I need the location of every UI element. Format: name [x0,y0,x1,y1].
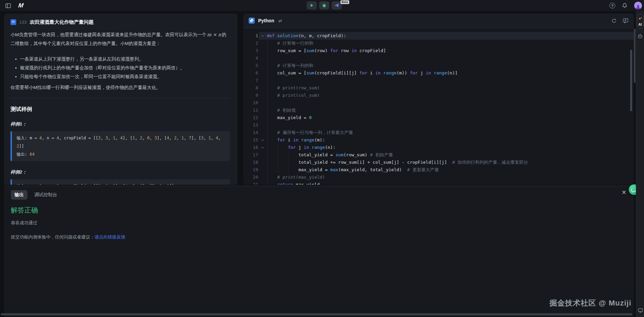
code-line[interactable]: 14 # 遍历每一行与每一列，计算最大产量 [243,129,634,136]
reset-code-icon[interactable] [611,18,617,23]
output-tabs: 输出 调试控制台 [11,190,627,200]
line-number: 3 [243,47,258,54]
code-text: # 遍历每一行与每一列，计算最大产量 [267,129,353,136]
line-number: 2 [243,40,258,47]
code-line[interactable]: 2 # 计算每一行的和 [243,40,634,47]
fold-spacer [258,166,267,174]
fold-spacer [258,47,267,54]
sample1-block: 输入: m = 4, n = 4, cropField = [[2, 3, 1,… [11,131,230,161]
samples-heading: 测试样例 [11,106,230,113]
problem-description: 小M负责管理一块农田，他需要通过修建两条灌溉渠道来提升作物的总产量。农田可以表示… [11,30,230,48]
problem-title: 农田灌溉最大化作物产量问题 [30,19,94,25]
tab-output[interactable]: 输出 [11,190,27,200]
fold-spacer [258,107,267,114]
monitor-icon[interactable] [636,308,644,313]
ai-assistant-button[interactable]: AI [637,14,644,29]
code-line[interactable]: 12 max_yield = 0 [243,114,634,121]
code-line[interactable]: 16 for j in range(n): [243,144,634,151]
debug-button[interactable] [319,1,329,9]
horizontal-scrollbar[interactable] [1,313,632,315]
line-number: 19 [243,166,258,174]
code-text: return max_yield [267,181,320,185]
code-line[interactable]: 13 [243,121,634,129]
code-line[interactable]: 8 # print(row_sum) [243,84,634,92]
fold-spacer [258,151,267,159]
sample2-label: 样例2： [11,169,230,175]
sample1-output: 输出: 64 [17,150,225,158]
indent-guide [267,40,268,185]
fold-chevron-icon[interactable] [258,32,267,40]
fold-spacer [258,114,267,121]
code-line[interactable]: 7 [243,77,634,84]
fold-spacer [258,84,267,92]
code-line[interactable]: 21 return max_yield [243,181,634,185]
fold-spacer [258,181,267,185]
line-number: 4 [243,54,258,62]
code-line[interactable]: 6 col_sum = [sum(cropField[i][j] for i i… [243,69,634,77]
fold-chevron-icon[interactable] [258,136,267,144]
code-text: # 计算每一列的和 [267,62,313,69]
code-area[interactable]: 1def solution(n, m, cropField):2 # 计算每一行… [243,28,634,185]
line-number: 7 [243,77,258,84]
robot-icon[interactable] [638,33,643,39]
topbar: M Beta ? [0,0,644,11]
help-icon[interactable]: ? [609,3,615,8]
marscode-logo[interactable]: M [18,2,24,9]
language-switch-icon[interactable]: ⇄ [278,18,282,23]
code-line[interactable]: 10 [243,99,634,107]
notification-bell-icon[interactable] [622,3,627,8]
python-icon [249,18,255,24]
problem-number: 133 [19,20,27,25]
code-line[interactable]: 9 # print(col_sum) [243,92,634,99]
tab-debug-console[interactable]: 调试控制台 [34,192,57,198]
page-scrollbar[interactable] [634,29,636,83]
line-number: 6 [243,69,258,77]
sparkle-icon [638,17,642,21]
fold-spacer [258,62,267,69]
close-icon[interactable]: × [622,189,626,196]
line-number: 20 [243,174,258,181]
sample1-label: 样例1： [11,121,230,127]
code-line[interactable]: 17 total_yield = sum(row_sum) # 初始产量 [243,151,634,159]
line-number: 13 [243,121,258,129]
editor-scrollbar[interactable] [630,50,632,111]
right-sidebar: AI [636,11,644,317]
bug-icon [322,3,327,8]
line-number: 5 [243,62,258,69]
user-avatar[interactable] [634,2,642,9]
fold-spacer [258,99,267,107]
code-line[interactable]: 15 for i in range(m): [243,136,634,144]
run-button[interactable] [307,1,317,9]
submit-button[interactable]: Beta [332,1,342,9]
code-line[interactable]: 18 total_yield += row_sum[i] + col_sum[j… [243,159,634,166]
line-number: 9 [243,92,258,99]
code-line[interactable]: 4 [243,54,634,62]
code-line[interactable]: 5 # 计算每一列的和 [243,62,634,69]
ai-label: AI [639,23,642,26]
line-number: 10 [243,99,258,107]
result-status: 解答正确 [11,206,627,215]
code-line[interactable]: 1def solution(n, m, cropField): [243,32,634,40]
language-label: Python [258,18,274,23]
fold-spacer [258,40,267,47]
code-line[interactable]: 20 # print(max_yield) [243,174,634,181]
code-line[interactable]: 3 row_sum = [sum(row) for row in cropFie… [243,47,634,54]
code-editor-panel: Python ⇄ 1def solution(n, m, cropField):… [243,14,634,185]
sidebar-toggle-icon[interactable] [5,3,11,8]
fold-chevron-icon[interactable] [258,144,267,151]
line-number: 12 [243,114,258,121]
code-text: total_yield = sum(row_sum) # 初始产量 [267,151,393,159]
feedback-link[interactable]: 请点此链接反馈 [95,234,125,240]
fold-spacer [258,77,267,84]
code-line[interactable]: 11 # 初始值 [243,107,634,114]
rule-item: 被灌溉的行或列上的作物产量会加倍（即对应位置的作物产量变为原来的两倍）。 [11,64,230,72]
code-line[interactable]: 19 max_yield = max(max_yield, total_yiel… [243,166,634,174]
feedback-chat-icon[interactable] [623,18,628,23]
result-description: 恭喜成功通过 [11,220,627,226]
code-text: # print(row_sum) [267,84,320,92]
line-number: 21 [243,181,258,185]
problem-title-row: 中 133 农田灌溉最大化作物产量问题 [11,18,230,26]
code-text: for j in range(n): [267,144,336,151]
watermark: 掘金技术社区 @ Muziji [549,298,631,308]
fold-spacer [258,129,267,136]
